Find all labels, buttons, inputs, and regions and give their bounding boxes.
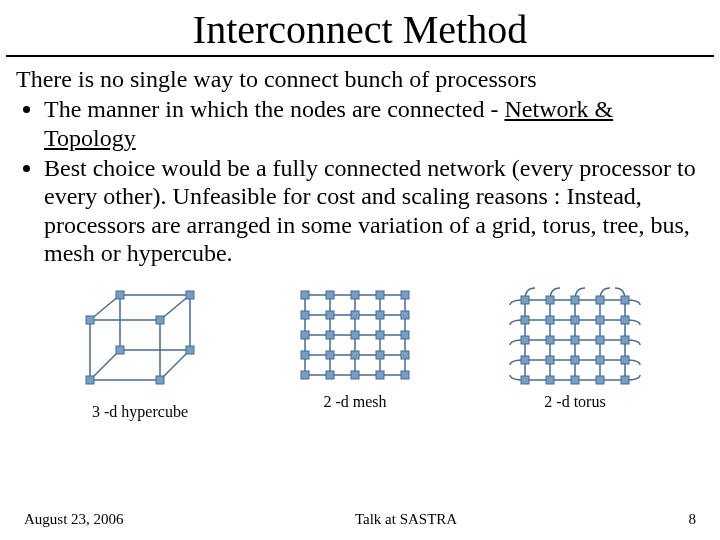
svg-rect-4: [116, 291, 124, 299]
svg-rect-79: [571, 376, 579, 384]
svg-rect-72: [521, 356, 529, 364]
hypercube-svg: [70, 285, 210, 395]
svg-rect-38: [326, 351, 334, 359]
torus-svg: [500, 285, 650, 385]
svg-rect-34: [351, 331, 359, 339]
svg-rect-23: [326, 291, 334, 299]
svg-rect-80: [596, 376, 604, 384]
svg-rect-7: [116, 346, 124, 354]
bullet-item: Best choice would be a fully connected n…: [44, 154, 704, 267]
svg-rect-66: [621, 316, 629, 324]
diagram-mesh: 2 -d mesh: [290, 285, 420, 411]
svg-rect-6: [186, 346, 194, 354]
svg-rect-28: [326, 311, 334, 319]
svg-rect-39: [351, 351, 359, 359]
svg-rect-27: [301, 311, 309, 319]
svg-rect-81: [621, 376, 629, 384]
diagram-torus: 2 -d torus: [500, 285, 650, 411]
bullet-list: The manner in which the nodes are connec…: [16, 95, 704, 267]
footer-page: 8: [688, 511, 696, 528]
svg-rect-43: [326, 371, 334, 379]
svg-rect-22: [301, 291, 309, 299]
svg-rect-41: [401, 351, 409, 359]
svg-rect-68: [546, 336, 554, 344]
svg-rect-57: [521, 296, 529, 304]
svg-rect-46: [401, 371, 409, 379]
svg-rect-71: [621, 336, 629, 344]
slide-title: Interconnect Method: [0, 0, 720, 55]
footer-venue: Talk at SASTRA: [355, 511, 457, 528]
svg-rect-33: [326, 331, 334, 339]
svg-rect-63: [546, 316, 554, 324]
svg-rect-24: [351, 291, 359, 299]
svg-rect-36: [401, 331, 409, 339]
svg-rect-8: [86, 316, 94, 324]
svg-rect-44: [351, 371, 359, 379]
svg-rect-70: [596, 336, 604, 344]
svg-rect-26: [401, 291, 409, 299]
title-divider: [6, 55, 714, 57]
svg-rect-67: [521, 336, 529, 344]
svg-rect-78: [546, 376, 554, 384]
footer-date: August 23, 2006: [24, 511, 124, 528]
svg-rect-35: [376, 331, 384, 339]
svg-rect-37: [301, 351, 309, 359]
svg-rect-73: [546, 356, 554, 364]
svg-rect-59: [571, 296, 579, 304]
svg-rect-69: [571, 336, 579, 344]
slide: Interconnect Method There is no single w…: [0, 0, 720, 540]
svg-rect-29: [351, 311, 359, 319]
svg-rect-76: [621, 356, 629, 364]
svg-rect-65: [596, 316, 604, 324]
diagram-row: 3 -d hypercube: [0, 285, 720, 421]
svg-rect-60: [596, 296, 604, 304]
diagram-hypercube: 3 -d hypercube: [70, 285, 210, 421]
svg-rect-10: [156, 376, 164, 384]
svg-rect-45: [376, 371, 384, 379]
svg-rect-74: [571, 356, 579, 364]
diagram-caption: 3 -d hypercube: [70, 403, 210, 421]
svg-rect-58: [546, 296, 554, 304]
svg-rect-61: [621, 296, 629, 304]
svg-rect-75: [596, 356, 604, 364]
svg-rect-31: [401, 311, 409, 319]
bullet-item: The manner in which the nodes are connec…: [44, 95, 704, 152]
svg-rect-25: [376, 291, 384, 299]
svg-rect-42: [301, 371, 309, 379]
svg-rect-32: [301, 331, 309, 339]
svg-rect-11: [86, 376, 94, 384]
body-text: There is no single way to connect bunch …: [0, 65, 720, 267]
svg-rect-62: [521, 316, 529, 324]
diagram-caption: 2 -d mesh: [290, 393, 420, 411]
svg-rect-40: [376, 351, 384, 359]
footer: August 23, 2006 Talk at SASTRA 8: [0, 511, 720, 528]
bullet-text: Best choice would be a fully connected n…: [44, 155, 696, 266]
diagram-caption: 2 -d torus: [500, 393, 650, 411]
svg-rect-9: [156, 316, 164, 324]
svg-rect-77: [521, 376, 529, 384]
svg-rect-30: [376, 311, 384, 319]
svg-rect-5: [186, 291, 194, 299]
bullet-text-pre: The manner in which the nodes are connec…: [44, 96, 504, 122]
svg-rect-64: [571, 316, 579, 324]
mesh-svg: [290, 285, 420, 385]
intro-line: There is no single way to connect bunch …: [16, 65, 704, 93]
